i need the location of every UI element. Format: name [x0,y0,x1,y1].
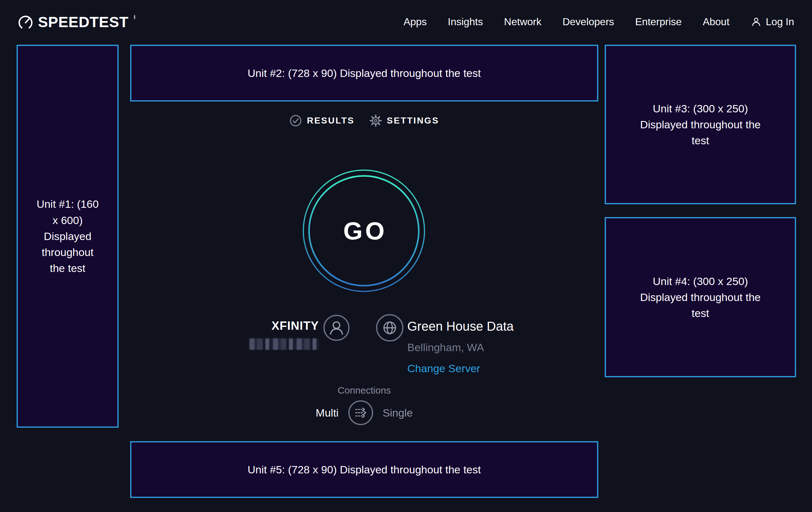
gear-icon [369,114,382,127]
globe-glyph [377,315,402,340]
ad-unit-1: Unit #1: (160 x 600) Displayed throughou… [17,45,119,428]
multi-arrows-icon [350,402,372,424]
isp-name: XFINITY [191,319,319,332]
logo-wordmark: SPEEDTEST [38,13,128,31]
nav-enterprise[interactable]: Enterprise [635,16,682,28]
ad-unit-2: Unit #2: (728 x 90) Displayed throughout… [130,45,598,102]
server-info: Green House Data Bellingham, WA Change S… [407,319,514,375]
nav-insights[interactable]: Insights [448,16,483,28]
person-icon [325,316,348,340]
ad-unit-4: Unit #4: (300 x 250) Displayed throughou… [605,217,796,377]
view-tabs: RESULTS SETTINGS [130,114,598,127]
connection-mode-toggle[interactable] [348,400,373,425]
redacted-ip-address [250,339,319,350]
tab-results[interactable]: RESULTS [289,114,355,127]
header: SPEEDTEST Apps Insights Network Develope… [0,0,812,44]
trademark-mark [134,15,135,19]
tab-settings[interactable]: SETTINGS [369,114,439,127]
check-circle-icon [289,114,302,127]
tab-results-label: RESULTS [307,115,355,126]
connection-multi-label[interactable]: Multi [316,407,339,419]
connection-single-label[interactable]: Single [383,407,413,419]
server-location: Bellingham, WA [407,341,514,354]
main-nav: Apps Insights Network Developers Enterpr… [403,0,794,44]
ad-unit-5-text: Unit #5: (728 x 90) Displayed throughout… [248,462,481,478]
login-label: Log In [766,16,794,28]
login-link[interactable]: Log In [750,16,794,28]
nav-developers[interactable]: Developers [562,16,614,28]
server-name: Green House Data [407,319,514,333]
speedometer-icon [18,14,33,30]
connections-row: Multi Single [130,399,598,427]
globe-icon [376,314,403,342]
nav-network[interactable]: Network [504,16,541,28]
go-button-label: GO [301,168,427,293]
tab-settings-label: SETTINGS [387,115,439,126]
ad-unit-1-text: Unit #1: (160 x 600) Displayed throughou… [35,196,100,276]
ad-unit-2-text: Unit #2: (728 x 90) Displayed throughout… [248,65,481,81]
person-circle-icon [323,315,350,341]
isp-info: XFINITY [191,319,319,350]
ad-unit-5: Unit #5: (728 x 90) Displayed throughout… [130,441,598,498]
nav-about[interactable]: About [703,16,729,28]
ad-unit-3-text: Unit #3: (300 x 250) Displayed throughou… [638,101,763,149]
ad-unit-4-text: Unit #4: (300 x 250) Displayed throughou… [638,273,763,321]
user-icon [750,16,762,27]
ad-unit-3: Unit #3: (300 x 250) Displayed throughou… [605,45,796,204]
go-button[interactable]: GO [301,168,427,293]
speedtest-logo[interactable]: SPEEDTEST [18,0,135,44]
change-server-link[interactable]: Change Server [407,362,480,375]
nav-apps[interactable]: Apps [403,16,427,28]
connections-label: Connections [130,385,598,396]
